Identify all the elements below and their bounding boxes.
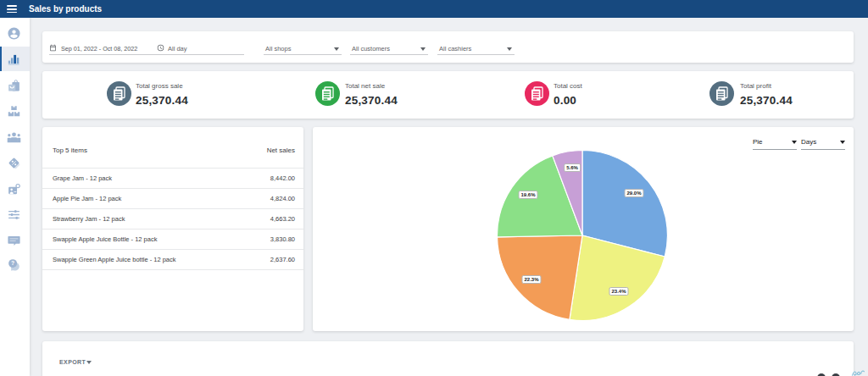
svg-text:?: ? (11, 260, 14, 266)
